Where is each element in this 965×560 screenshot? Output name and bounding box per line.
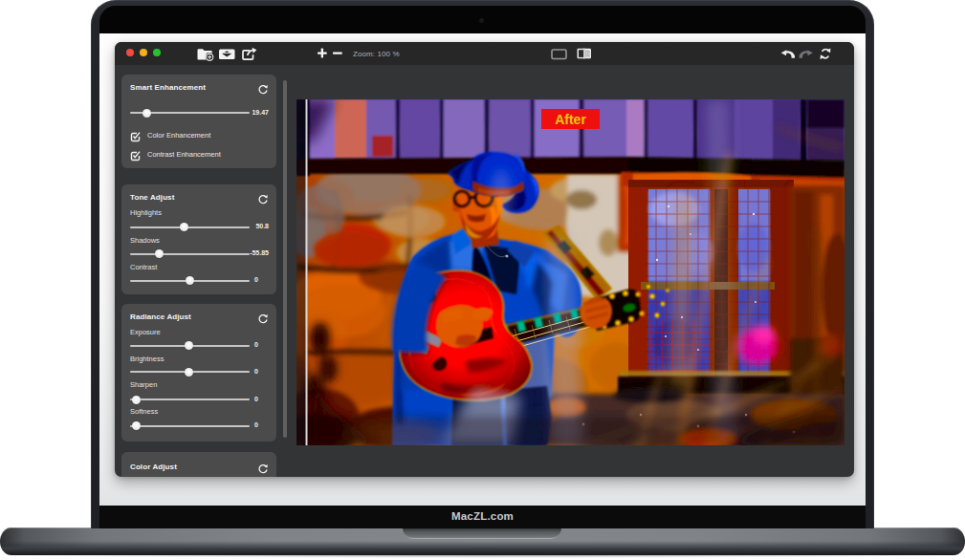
svg-text:After: After	[555, 112, 586, 127]
